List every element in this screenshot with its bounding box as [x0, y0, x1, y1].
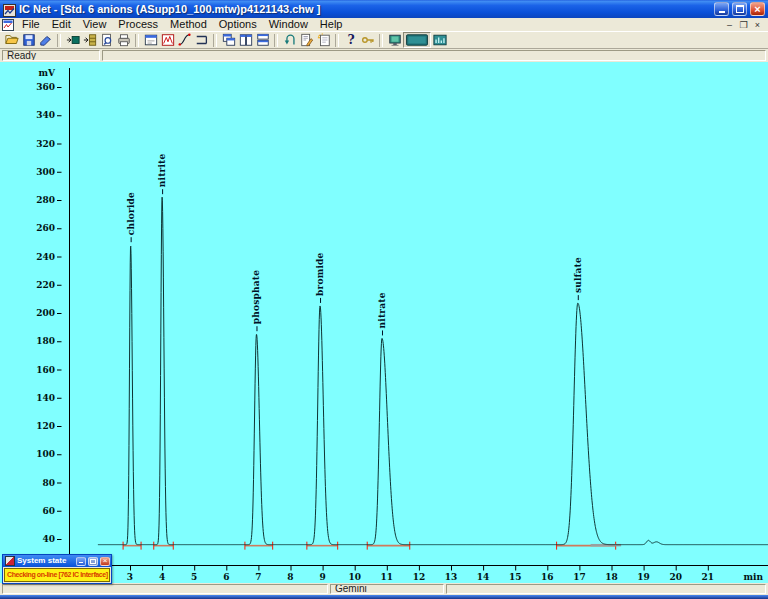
new-window-icon [317, 33, 331, 47]
x-tick-label: 9 [319, 572, 325, 582]
recorder-button[interactable] [159, 32, 176, 48]
menu-process[interactable]: Process [112, 18, 164, 31]
minimize-icon [719, 11, 725, 13]
menu-bar: FileEditViewProcessMethodOptionsWindowHe… [0, 18, 768, 31]
chromatogram-curve [98, 197, 768, 544]
help-button[interactable]: ? [342, 32, 359, 48]
mdi-window-controls: – ❒ × [723, 19, 764, 31]
baseline-button[interactable] [193, 32, 210, 48]
eraser-button[interactable] [37, 32, 54, 48]
restore-button[interactable] [732, 2, 747, 16]
eraser-icon [39, 33, 53, 47]
close-icon: × [103, 557, 108, 565]
minimize-icon [79, 562, 83, 564]
connect-icon [66, 33, 80, 47]
x-tick-label: 8 [287, 572, 293, 582]
edit-report-button[interactable] [298, 32, 315, 48]
open-button[interactable] [3, 32, 20, 48]
y-tick-label: 160 [36, 365, 55, 375]
key-button[interactable] [359, 32, 376, 48]
system-state-close-button[interactable]: × [100, 557, 110, 566]
y-tick-label: 340 [36, 110, 55, 120]
app-window: IC Net - [Std. 6 anions (ASupp10_100.mtw… [0, 0, 768, 599]
menu-help[interactable]: Help [314, 18, 349, 31]
menu-file[interactable]: File [16, 18, 46, 31]
mdi-close-button[interactable]: × [751, 19, 764, 31]
system-monitor-icon [388, 33, 402, 47]
x-tick-label: 12 [413, 572, 426, 582]
y-tick-label: 180 [36, 336, 55, 346]
x-tick-label: 15 [509, 572, 522, 582]
x-tick-label: 14 [477, 572, 490, 582]
maximize-icon [90, 559, 96, 564]
status-ready: Ready [2, 50, 100, 61]
cascade-windows-button[interactable] [220, 32, 237, 48]
peak-label-nitrate: nitrate [377, 292, 387, 328]
title-bar[interactable]: IC Net - [Std. 6 anions (ASupp10_100.mtw… [0, 0, 768, 18]
mdi-restore-button[interactable]: ❒ [737, 19, 750, 31]
print-button[interactable] [115, 32, 132, 48]
archive-button[interactable] [81, 32, 98, 48]
toolbar-separator [57, 34, 61, 47]
y-tick-label: 60 [42, 506, 55, 516]
chromatogram-area[interactable]: mV40608010012014016018020022024026028030… [0, 62, 768, 583]
close-icon: × [754, 4, 760, 15]
display-active-button[interactable] [403, 32, 431, 48]
menu-method[interactable]: Method [164, 18, 213, 31]
new-window-button[interactable] [315, 32, 332, 48]
system-state-minimize-button[interactable] [76, 557, 86, 566]
toolbar-separator [335, 34, 339, 47]
connect-button[interactable] [64, 32, 81, 48]
menu-window[interactable]: Window [263, 18, 314, 31]
menu-view[interactable]: View [77, 18, 113, 31]
chromatogram-plot: mV40608010012014016018020022024026028030… [0, 62, 768, 583]
window-properties-button[interactable] [142, 32, 159, 48]
mdi-minimize-button[interactable]: – [723, 19, 736, 31]
close-button[interactable]: × [750, 2, 765, 16]
menu-options[interactable]: Options [213, 18, 263, 31]
x-tick-label: 20 [669, 572, 682, 582]
tile-vertical-button[interactable] [237, 32, 254, 48]
toolbar: ? [0, 31, 768, 49]
x-tick-label: 4 [159, 572, 165, 582]
toolbar-separator [379, 34, 383, 47]
tile-vertical-icon [239, 33, 253, 47]
y-tick-label: 120 [36, 421, 55, 431]
y-axis-unit: mV [38, 68, 56, 78]
system-monitor-button[interactable] [386, 32, 403, 48]
help-icon: ? [344, 33, 358, 47]
status-panel-left [2, 584, 328, 594]
print-preview-button[interactable] [98, 32, 115, 48]
y-tick-label: 300 [36, 167, 55, 177]
y-tick-label: 220 [36, 280, 55, 290]
reprocess-icon [283, 33, 297, 47]
x-axis-unit: min [744, 572, 764, 582]
y-tick-label: 40 [42, 534, 55, 544]
x-tick-label: 16 [541, 572, 554, 582]
document-icon[interactable] [2, 19, 14, 31]
restore-icon [736, 5, 744, 13]
archive-icon [83, 33, 97, 47]
save-icon [22, 33, 36, 47]
integration-button[interactable] [176, 32, 193, 48]
window-properties-icon [144, 33, 158, 47]
toolbar-separator [274, 34, 278, 47]
y-tick-label: 260 [36, 223, 55, 233]
menu-edit[interactable]: Edit [46, 18, 77, 31]
minimize-button[interactable] [714, 2, 729, 16]
system-state-titlebar[interactable]: System state × [3, 555, 111, 567]
save-button[interactable] [20, 32, 37, 48]
peak-label-chloride: chloride [126, 192, 136, 235]
tile-horizontal-button[interactable] [254, 32, 271, 48]
cascade-windows-icon [222, 33, 236, 47]
x-tick-label: 5 [191, 572, 197, 582]
info-bar: Ready [0, 49, 768, 62]
print-icon [117, 33, 131, 47]
y-tick-label: 80 [42, 478, 55, 488]
chart-display-button[interactable] [431, 32, 448, 48]
reprocess-button[interactable] [281, 32, 298, 48]
app-icon [3, 3, 16, 16]
peak-label-nitrite: nitrite [157, 154, 167, 188]
system-state-maximize-button[interactable] [88, 557, 98, 566]
menu-items: FileEditViewProcessMethodOptionsWindowHe… [16, 18, 723, 31]
